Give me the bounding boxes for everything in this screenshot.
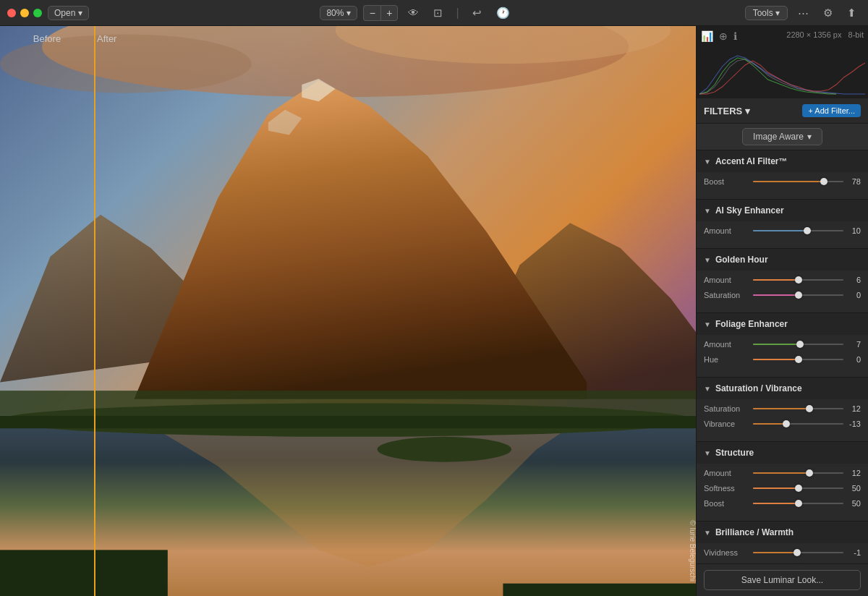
slider-thumb-saturation[interactable] xyxy=(806,405,813,412)
filter-title-golden-hour: Golden Hour xyxy=(715,255,768,265)
canvas-area[interactable]: Before After xyxy=(0,26,696,596)
filter-section-header-structure[interactable]: ▼ Structure xyxy=(697,442,868,464)
slider-thumb-gh-saturation[interactable] xyxy=(795,291,802,299)
zoom-minus-plus: − + xyxy=(363,5,398,21)
chevron-down-icon: ▼ xyxy=(704,385,711,393)
chevron-down-icon: ▼ xyxy=(704,158,711,166)
svg-point-14 xyxy=(378,437,511,462)
histogram-icon[interactable]: 📊 xyxy=(701,30,713,42)
tools-button[interactable]: Tools ▾ xyxy=(745,6,788,20)
filter-section-header-golden-hour[interactable]: ▼ Golden Hour xyxy=(697,249,868,271)
slider-track-vividness xyxy=(753,552,843,553)
slider-thumb-vividness[interactable] xyxy=(793,549,801,556)
slider-row-str-amount: Amount 12 xyxy=(704,468,861,478)
minimize-traffic-light[interactable] xyxy=(20,9,29,17)
slider-fill-saturation xyxy=(753,408,809,409)
slider-fill-gh-amount xyxy=(753,279,799,281)
chevron-down-icon: ▼ xyxy=(704,207,711,215)
add-filter-button[interactable]: + Add Filter... xyxy=(802,104,861,117)
close-traffic-light[interactable] xyxy=(7,9,16,17)
filter-section-header-brilliance[interactable]: ▼ Brilliance / Warmth xyxy=(697,522,868,543)
slider-row-boost: Boost 78 xyxy=(704,176,861,187)
slider-value-saturation: 12 xyxy=(843,404,861,413)
slider-fol-hue[interactable] xyxy=(753,354,843,365)
filter-section-ai-sky: ▼ AI Sky Enhancer Amount 10 xyxy=(697,200,868,249)
titlebar-right: Tools ▾ ⋯ ⚙ ⬆ xyxy=(745,5,861,21)
slider-thumb-sky-amount[interactable] xyxy=(804,227,811,234)
slider-thumb-str-softness[interactable] xyxy=(795,485,802,492)
slider-vibrance[interactable] xyxy=(753,419,843,429)
after-label: After xyxy=(97,33,116,44)
grid-icon[interactable]: ⋯ xyxy=(793,5,813,21)
slider-sky-amount[interactable] xyxy=(753,226,843,236)
slider-fol-amount[interactable] xyxy=(753,339,843,349)
slider-thumb-gh-amount[interactable] xyxy=(795,276,802,284)
filter-section-header-saturation[interactable]: ▼ Saturation / Vibrance xyxy=(697,378,868,399)
slider-track-str-softness xyxy=(753,488,843,489)
svg-rect-10 xyxy=(0,416,696,596)
filter-title-brilliance: Brilliance / Warmth xyxy=(715,527,793,537)
slider-label-str-amount: Amount xyxy=(704,469,753,477)
save-luminar-button[interactable]: Save Luminar Look... xyxy=(704,570,861,590)
slider-thumb-fol-amount[interactable] xyxy=(796,341,804,348)
slider-value-str-softness: 50 xyxy=(843,484,861,493)
slider-thumb-fol-hue[interactable] xyxy=(795,356,802,363)
save-button-row: Save Luminar Look... xyxy=(697,563,868,596)
slider-fill-sky-amount xyxy=(753,230,807,231)
slider-row-gh-saturation: Saturation 0 xyxy=(704,290,861,300)
history-icon[interactable]: 🕐 xyxy=(492,5,514,21)
image-aware-bar: Image Aware ▾ xyxy=(697,124,868,150)
filter-section-saturation: ▼ Saturation / Vibrance Saturation 12 xyxy=(697,378,868,442)
layers-icon[interactable]: ⊕ xyxy=(719,30,728,42)
slider-str-softness[interactable] xyxy=(753,483,843,493)
slider-boost[interactable] xyxy=(753,176,843,187)
sliders-icon[interactable]: ⚙ xyxy=(819,5,837,21)
slider-value-vividness: -1 xyxy=(843,548,861,557)
slider-saturation[interactable] xyxy=(753,404,843,414)
filter-section-header-foliage[interactable]: ▼ Foliage Enhancer xyxy=(697,313,868,335)
slider-value-gh-saturation: 0 xyxy=(843,291,861,299)
slider-str-boost[interactable] xyxy=(753,498,843,508)
main-layout: Before After xyxy=(0,26,868,596)
slider-warmth[interactable] xyxy=(753,563,843,563)
filter-section-foliage: ▼ Foliage Enhancer Amount 7 xyxy=(697,313,868,378)
zoom-minus-button[interactable]: − xyxy=(363,5,380,21)
slider-thumb-vibrance[interactable] xyxy=(783,420,790,427)
undo-icon[interactable]: ↩ xyxy=(468,5,486,21)
slider-thumb-boost[interactable] xyxy=(820,178,827,185)
canvas-image: © Iurie Belegurschi xyxy=(0,26,696,596)
slider-thumb-str-amount[interactable] xyxy=(806,469,813,477)
compare-icon[interactable]: ⊡ xyxy=(429,5,447,21)
before-after-divider xyxy=(94,26,95,596)
image-aware-button[interactable]: Image Aware ▾ xyxy=(742,128,822,145)
slider-gh-amount[interactable] xyxy=(753,275,843,285)
zoom-plus-button[interactable]: + xyxy=(380,5,398,21)
chevron-down-icon: ▼ xyxy=(704,256,711,264)
open-button[interactable]: Open ▾ xyxy=(48,6,89,20)
share-icon[interactable]: ⬆ xyxy=(843,5,861,21)
slider-vividness[interactable] xyxy=(753,548,843,558)
preview-icon[interactable]: 👁 xyxy=(404,5,423,20)
slider-track-fol-hue xyxy=(753,359,843,360)
svg-rect-15 xyxy=(0,550,168,596)
slider-fill-str-softness xyxy=(753,488,799,489)
slider-track-boost xyxy=(753,181,843,182)
filters-title[interactable]: FILTERS ▾ xyxy=(704,106,750,116)
filter-body-ai-sky: Amount 10 xyxy=(697,221,868,248)
slider-gh-saturation[interactable] xyxy=(753,290,843,300)
filters-content[interactable]: ▼ Accent AI Filter™ Boost 78 xyxy=(697,150,868,563)
slider-str-amount[interactable] xyxy=(753,468,843,478)
slider-label-str-boost: Boost xyxy=(704,499,753,508)
filter-section-header-ai-sky[interactable]: ▼ AI Sky Enhancer xyxy=(697,200,868,221)
slider-row-str-softness: Softness 50 xyxy=(704,483,861,493)
filter-section-brilliance: ▼ Brilliance / Warmth Vividness -1 xyxy=(697,522,868,563)
slider-value-fol-amount: 7 xyxy=(843,340,861,349)
maximize-traffic-light[interactable] xyxy=(33,9,42,17)
slider-thumb-str-boost[interactable] xyxy=(795,500,802,507)
slider-label-boost: Boost xyxy=(704,177,753,186)
sky-layer xyxy=(0,26,696,283)
info-icon[interactable]: ℹ xyxy=(733,30,737,42)
filter-section-header-accent-ai[interactable]: ▼ Accent AI Filter™ xyxy=(697,150,868,172)
zoom-control[interactable]: 80% ▾ xyxy=(320,6,357,20)
filter-body-foliage: Amount 7 Hue xyxy=(697,335,868,377)
